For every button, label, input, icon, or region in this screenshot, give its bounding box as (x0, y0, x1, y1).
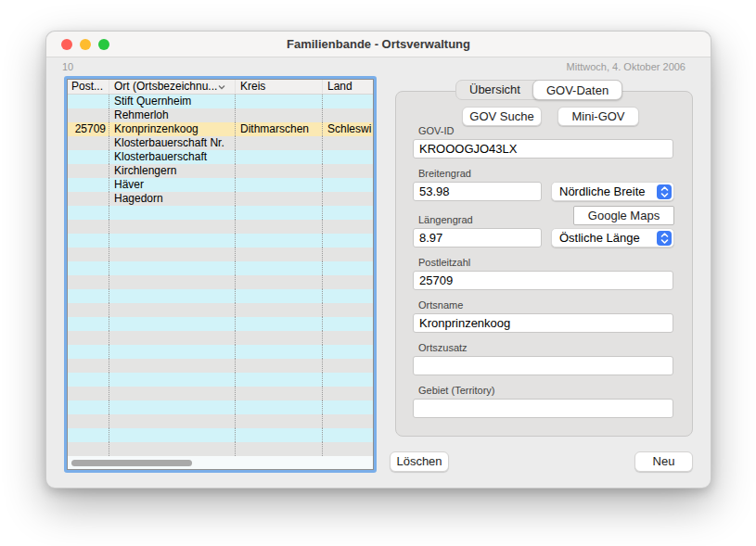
postleitzahl-input[interactable] (413, 271, 673, 290)
table-cell-kreis (236, 261, 323, 275)
table-cell-ort: Klosterbauerschaft Nr. (109, 136, 236, 150)
table-row[interactable] (68, 428, 373, 442)
table-row[interactable] (68, 317, 373, 331)
table-row[interactable] (68, 234, 373, 248)
horizontal-scrollbar[interactable] (68, 456, 373, 469)
table-cell-plz (68, 442, 109, 456)
table-cell-plz (68, 192, 109, 206)
table-row[interactable] (68, 275, 373, 289)
gov-id-label: GOV-ID (418, 125, 455, 136)
table-cell-land (323, 248, 373, 261)
table-cell-ort (109, 261, 236, 275)
table-cell-plz (68, 428, 109, 442)
table-row[interactable] (68, 400, 373, 414)
laengengrad-input[interactable] (413, 228, 542, 248)
table-cell-plz (68, 331, 109, 345)
table-cell-ort (109, 220, 236, 234)
breitengrad-direction-popup[interactable]: Nördliche Breite (551, 182, 674, 201)
loeschen-button[interactable]: Löschen (390, 451, 449, 472)
table-cell-ort: Rehmerloh (109, 108, 236, 122)
column-header-kreis[interactable]: Kreis (236, 80, 323, 94)
gov-id-input[interactable] (413, 139, 673, 159)
gov-suche-button[interactable]: GOV Suche (462, 107, 542, 126)
table-row[interactable] (68, 373, 373, 387)
table-cell-kreis (236, 400, 323, 414)
table-cell-ort: Hagedorn (109, 192, 236, 206)
table-cell-plz (68, 164, 109, 178)
table-cell-land (323, 387, 373, 400)
table-cell-ort: Kronprinzenkoog (109, 122, 236, 136)
table-cell-plz (68, 248, 109, 261)
table-cell-land (323, 206, 373, 220)
table-cell-land (323, 164, 373, 178)
table-cell-plz (68, 261, 109, 275)
table-cell-kreis (236, 345, 323, 359)
table-row[interactable] (68, 359, 373, 373)
table-cell-kreis (236, 178, 323, 192)
table-cell-kreis (236, 192, 323, 206)
scrollbar-thumb[interactable] (71, 460, 192, 466)
column-header-label: Kreis (240, 80, 265, 94)
table-row[interactable]: Kirchlengern (68, 164, 373, 178)
table-row[interactable]: Häver (68, 178, 373, 192)
mini-gov-button[interactable]: Mini-GOV (557, 107, 639, 126)
table-cell-ort: Häver (109, 178, 236, 192)
table-cell-land (323, 317, 373, 331)
table-cell-plz (68, 275, 109, 289)
table-row[interactable]: Hagedorn (68, 192, 373, 206)
column-header-label: Post... (71, 80, 103, 94)
table-cell-kreis (236, 108, 323, 122)
column-header-label: Ort (Ortsbezeichnu... (114, 80, 217, 94)
table-cell-kreis (236, 373, 323, 387)
neu-button[interactable]: Neu (634, 451, 693, 472)
gebiet-input[interactable] (413, 399, 673, 418)
breitengrad-input[interactable] (413, 182, 542, 201)
table-cell-plz (68, 206, 109, 220)
places-table: Post... Ort (Ortsbezeichnu... Kreis Land… (64, 76, 377, 473)
laengengrad-direction-popup[interactable]: Östliche Länge (551, 228, 674, 248)
ortszusatz-input[interactable] (413, 356, 673, 375)
table-cell-ort (109, 206, 236, 220)
table-row[interactable] (68, 248, 373, 261)
table-cell-kreis (236, 95, 323, 108)
table-cell-plz (68, 95, 109, 108)
table-cell-plz (68, 150, 109, 164)
tab-uebersicht[interactable]: Übersicht (456, 81, 533, 99)
tab-gov-daten[interactable]: GOV-Daten (532, 80, 622, 100)
ortsname-label: Ortsname (418, 299, 463, 311)
table-cell-land (323, 289, 373, 303)
table-cell-plz (68, 136, 109, 150)
table-cell-land (323, 136, 373, 150)
table-row[interactable] (68, 414, 373, 428)
popup-selected-value: Nördliche Breite (559, 183, 646, 200)
table-cell-plz (68, 387, 109, 400)
column-header-label: Land (327, 80, 352, 94)
table-row[interactable]: Rehmerloh (68, 108, 373, 122)
ortsname-input[interactable] (413, 313, 673, 333)
table-row[interactable] (68, 387, 373, 400)
table-cell-ort: Stift Quernheim (109, 95, 236, 108)
table-row[interactable]: Klosterbauerschaft Nr. (68, 136, 373, 150)
table-row[interactable] (68, 303, 373, 317)
table-row[interactable]: Klosterbauerschaft (68, 150, 373, 164)
table-row[interactable] (68, 289, 373, 303)
table-row[interactable] (68, 331, 373, 345)
table-row[interactable]: 25709KronprinzenkoogDithmarschenSchleswi (68, 122, 373, 136)
table-cell-kreis: Dithmarschen (236, 122, 323, 136)
table-cell-land (323, 275, 373, 289)
table-cell-plz (68, 289, 109, 303)
table-row[interactable] (68, 261, 373, 275)
google-maps-button[interactable]: Google Maps (573, 206, 674, 225)
table-row[interactable] (68, 442, 373, 456)
table-cell-land (323, 442, 373, 456)
table-row[interactable] (68, 220, 373, 234)
table-cell-ort (109, 359, 236, 373)
table-row[interactable] (68, 206, 373, 220)
table-row[interactable]: Stift Quernheim (68, 95, 373, 108)
column-header-postleitzahl[interactable]: Post... (68, 80, 109, 94)
table-cell-land (323, 345, 373, 359)
table-row[interactable] (68, 345, 373, 359)
column-header-land[interactable]: Land (323, 80, 373, 94)
column-header-ort[interactable]: Ort (Ortsbezeichnu... (109, 80, 236, 94)
window-title: Familienbande - Ortsverwaltung (46, 32, 711, 57)
